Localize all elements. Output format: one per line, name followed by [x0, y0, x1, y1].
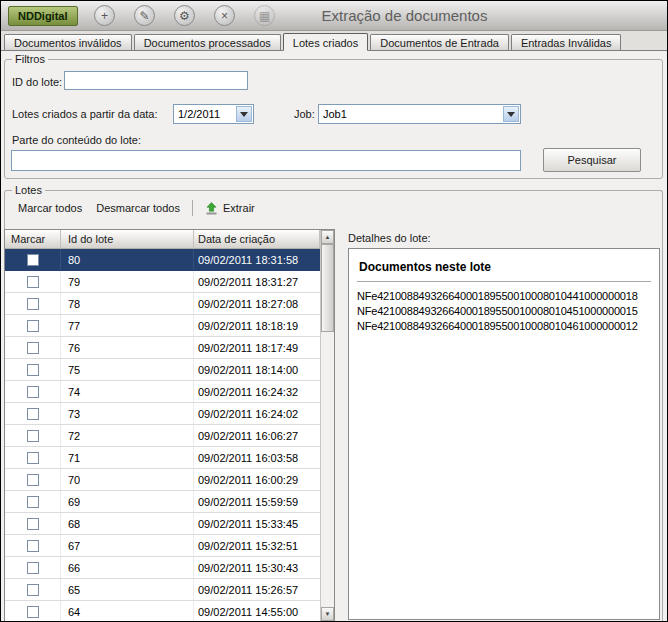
- table-row[interactable]: 6709/02/2011 15:32:51: [5, 535, 320, 557]
- column-header-data[interactable]: Data de criação: [194, 230, 320, 248]
- tab-documentos-processados[interactable]: Documentos processados: [134, 34, 281, 50]
- id-lote-input[interactable]: [64, 71, 248, 90]
- edit-button[interactable]: ✎: [132, 3, 158, 29]
- lote-date-cell: 09/02/2011 14:55:00: [194, 601, 320, 621]
- marcar-cell: [5, 271, 61, 292]
- lote-id-cell: 65: [61, 579, 194, 600]
- date-filter-combo[interactable]: 1/2/2011: [173, 104, 254, 124]
- table-row[interactable]: 8009/02/2011 18:31:58: [5, 249, 320, 271]
- nddigital-logo[interactable]: NDDigital: [8, 6, 78, 26]
- marcar-cell: [5, 359, 61, 380]
- row-checkbox[interactable]: [27, 342, 39, 354]
- table-row[interactable]: 7909/02/2011 18:31:27: [5, 271, 320, 293]
- table-row[interactable]: 7509/02/2011 18:14:00: [5, 359, 320, 381]
- marcar-cell: [5, 293, 61, 314]
- scroll-up-button[interactable]: ▲: [321, 230, 334, 244]
- add-button[interactable]: +: [92, 3, 118, 29]
- scrollbar-thumb[interactable]: [321, 244, 334, 332]
- lote-date-cell: 09/02/2011 15:26:57: [194, 579, 320, 600]
- cancel-button[interactable]: ×: [212, 3, 238, 29]
- chevron-down-icon[interactable]: [236, 106, 252, 122]
- lote-id-cell: 70: [61, 469, 194, 490]
- row-checkbox[interactable]: [27, 562, 39, 574]
- table-row[interactable]: 7009/02/2011 16:00:29: [5, 469, 320, 491]
- table-row[interactable]: 7109/02/2011 16:03:58: [5, 447, 320, 469]
- export-icon: ▦: [254, 5, 275, 26]
- lote-id-cell: 74: [61, 381, 194, 402]
- row-checkbox[interactable]: [27, 276, 39, 288]
- lote-id-cell: 71: [61, 447, 194, 468]
- lote-date-cell: 09/02/2011 15:59:59: [194, 491, 320, 512]
- search-button[interactable]: Pesquisar: [543, 148, 641, 172]
- row-checkbox[interactable]: [27, 364, 39, 376]
- row-checkbox[interactable]: [27, 408, 39, 420]
- table-row[interactable]: 7309/02/2011 16:24:02: [5, 403, 320, 425]
- row-checkbox[interactable]: [27, 606, 39, 618]
- table-row[interactable]: 7409/02/2011 16:24:32: [5, 381, 320, 403]
- table-scrollbar[interactable]: ▲ ▼: [320, 230, 334, 621]
- details-label: Detalhes do lote:: [348, 232, 431, 244]
- tab-documentos-invalidos[interactable]: Documentos inválidos: [4, 34, 132, 50]
- marcar-cell: [5, 315, 61, 336]
- toolbar-separator: [192, 200, 193, 216]
- lote-id-cell: 77: [61, 315, 194, 336]
- job-filter-combo[interactable]: Job1: [318, 104, 521, 124]
- lotes-table: Marcar Id do lote Data de criação 8009/0…: [4, 229, 335, 621]
- table-row[interactable]: 6409/02/2011 14:55:00: [5, 601, 320, 621]
- marcar-cell: [5, 469, 61, 490]
- row-checkbox[interactable]: [27, 320, 39, 332]
- job-filter-label: Job:: [294, 108, 315, 120]
- table-row[interactable]: 6509/02/2011 15:26:57: [5, 579, 320, 601]
- filters-groupbox: Filtros ID do lote: Lotes criados a part…: [4, 59, 663, 179]
- tab-entradas-invalidas[interactable]: Entradas Inválidas: [511, 34, 622, 50]
- table-row[interactable]: 7809/02/2011 18:27:08: [5, 293, 320, 315]
- document-list: NFe4210088493266400018955001000801044100…: [357, 289, 651, 334]
- scrollbar-track[interactable]: [321, 244, 334, 607]
- content-filter-input[interactable]: [11, 150, 521, 171]
- table-row[interactable]: 7209/02/2011 16:06:27: [5, 425, 320, 447]
- row-checkbox[interactable]: [27, 430, 39, 442]
- document-key: NFe4210088493266400018955001000801045100…: [357, 304, 651, 319]
- row-checkbox[interactable]: [27, 298, 39, 310]
- column-header-id[interactable]: Id do lote: [61, 230, 194, 248]
- row-checkbox[interactable]: [27, 452, 39, 464]
- row-checkbox[interactable]: [27, 518, 39, 530]
- row-checkbox[interactable]: [27, 254, 39, 266]
- row-checkbox[interactable]: [27, 584, 39, 596]
- dropdown-triangle-icon: [507, 112, 515, 117]
- table-row[interactable]: 7609/02/2011 18:17:49: [5, 337, 320, 359]
- lote-id-cell: 69: [61, 491, 194, 512]
- lote-id-cell: 68: [61, 513, 194, 534]
- add-icon: +: [94, 5, 115, 26]
- column-header-marcar[interactable]: Marcar: [5, 230, 61, 248]
- content-area: Filtros ID do lote: Lotes criados a part…: [1, 50, 667, 621]
- row-checkbox[interactable]: [27, 386, 39, 398]
- marcar-cell: [5, 381, 61, 402]
- lote-date-cell: 09/02/2011 16:24:32: [194, 381, 320, 402]
- select-all-button[interactable]: Marcar todos: [11, 199, 89, 217]
- top-toolbar: NDDigital + ✎ ⚙ × ▦ Extração de document…: [1, 1, 667, 31]
- page-title: Extração de documentos: [322, 7, 488, 24]
- extract-button[interactable]: Extrair: [198, 199, 262, 218]
- chevron-down-icon[interactable]: [503, 106, 519, 122]
- deselect-all-button[interactable]: Desmarcar todos: [89, 199, 187, 217]
- row-checkbox[interactable]: [27, 474, 39, 486]
- row-checkbox[interactable]: [27, 496, 39, 508]
- lote-date-cell: 09/02/2011 18:31:27: [194, 271, 320, 292]
- table-row[interactable]: 6609/02/2011 15:30:43: [5, 557, 320, 579]
- lote-id-cell: 64: [61, 601, 194, 621]
- tab-documentos-de-entrada[interactable]: Documentos de Entrada: [370, 34, 509, 50]
- table-row[interactable]: 6909/02/2011 15:59:59: [5, 491, 320, 513]
- settings-button[interactable]: ⚙: [172, 3, 198, 29]
- table-row[interactable]: 6809/02/2011 15:33:45: [5, 513, 320, 535]
- row-checkbox[interactable]: [27, 540, 39, 552]
- lote-date-cell: 09/02/2011 16:06:27: [194, 425, 320, 446]
- tab-lotes-criados[interactable]: Lotes criados: [283, 33, 368, 51]
- lote-date-cell: 09/02/2011 15:33:45: [194, 513, 320, 534]
- scroll-down-button[interactable]: ▼: [321, 607, 334, 621]
- lotes-group-label: Lotes: [12, 184, 45, 196]
- lote-date-cell: 09/02/2011 18:31:58: [194, 249, 320, 270]
- id-lote-label: ID do lote:: [12, 76, 62, 88]
- table-row[interactable]: 7709/02/2011 18:18:19: [5, 315, 320, 337]
- extract-label: Extrair: [223, 202, 255, 214]
